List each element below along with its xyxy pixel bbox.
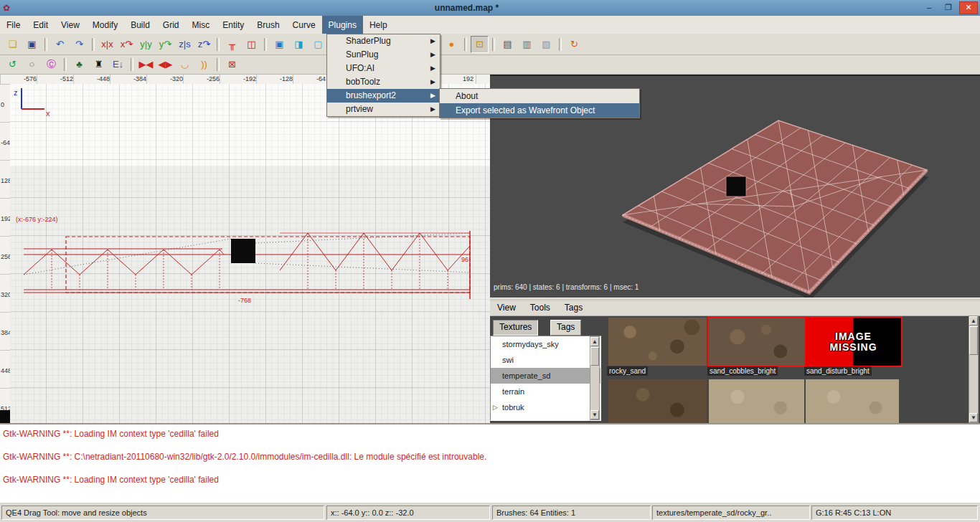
toolbar-separator [464,38,467,51]
clip-hide-icon[interactable]: ⊠ [223,56,241,73]
menu-grid[interactable]: Grid [156,16,186,34]
plugins-menu-item-prtview[interactable]: prtview▶ [327,103,440,116]
selected-brush-3d[interactable] [726,176,746,196]
menu-view[interactable]: View [55,16,86,34]
misc-models-icon[interactable]: ♣ [70,56,88,73]
submenu-arrow-icon: ▶ [430,34,435,48]
tab-textures[interactable]: Textures [493,320,538,336]
texture-thumb[interactable] [806,379,899,423]
ruler-tick-label: -128 [280,75,293,82]
pattern-view-icon[interactable]: ▨ [537,36,555,53]
clipper-icon[interactable]: ◨ [290,36,308,53]
rotate-x-icon[interactable]: x↷ [118,36,136,53]
expander-icon[interactable]: ▷ [493,399,498,415]
menu-entity[interactable]: Entity [216,16,250,34]
texture-thumb-sand_disturb_bright[interactable]: IMAGEMISSING [806,318,901,366]
maximize-button[interactable]: ❐ [940,2,957,14]
menu-curve[interactable]: Curve [286,16,322,34]
console-toggle-icon[interactable]: Ⓒ [42,56,60,73]
plugins-menu-item-brushexport2[interactable]: brushexport2▶ [327,89,440,103]
window-title: unnamed.map * [13,3,920,13]
ruler-tick-label: -512 [60,75,73,82]
texmenu-tags[interactable]: Tags [557,301,590,315]
submenu-item-about[interactable]: About [440,89,639,103]
save-icon[interactable]: ▣ [23,36,41,53]
open-file-icon[interactable]: ❏ [4,36,22,53]
select-inside-icon[interactable]: ▢ [309,36,327,53]
folder-label: terrain [502,387,524,396]
rotate-y-icon[interactable]: y↷ [156,36,174,53]
scroll-down-icon[interactable]: ▼ [590,410,599,419]
submenu-arrow-icon: ▶ [430,48,435,62]
tree-scrollbar[interactable]: ▲ ▼ [590,336,600,420]
texture-thumb[interactable] [608,379,707,423]
submenu-arrow-icon: ▶ [430,103,435,116]
hollow-icon[interactable]: ▣ [270,36,288,53]
plugins-menu-item-bobtoolz[interactable]: bobToolz▶ [327,75,440,89]
folder-stormydays_sky[interactable]: stormydays_sky [491,336,600,352]
refresh-shaders-icon[interactable]: ↻ [565,36,583,53]
entity-drop-icon[interactable]: E↓ [109,56,127,73]
menu-help[interactable]: Help [363,16,394,34]
region-toggle-icon[interactable]: ○ [23,56,41,73]
console-line: Gtk-WARNING **: Loading IM context type … [0,424,980,439]
ruler-tick-label: -448 [97,75,110,82]
misc-train-icon[interactable]: ♜ [90,56,108,73]
undo-icon[interactable]: ↶ [51,36,69,53]
rotate-z-icon[interactable]: z↷ [195,36,213,53]
flip-y-icon[interactable]: y|y [137,36,155,53]
submenu-item-export-selected-as-wavefront-object[interactable]: Export selected as Wavefront Object [440,103,639,118]
status-grid-info: G:16 R:45 C:13 L:ON [811,506,978,520]
menu-item-label: ShaderPlug [346,34,391,48]
scroll-up-icon[interactable]: ▲ [969,316,978,326]
texture-thumb[interactable] [709,379,804,423]
menu-modify[interactable]: Modify [86,16,124,34]
plugins-menu-item-shaderplug[interactable]: ShaderPlug▶ [327,34,440,48]
minimize-button[interactable]: – [920,2,938,14]
redo-icon[interactable]: ↷ [70,36,88,53]
close-button[interactable]: ✕ [959,1,978,14]
patch-cylinder-icon[interactable]: ● [443,36,461,53]
menu-edit[interactable]: Edit [27,16,55,34]
menu-brush[interactable]: Brush [250,16,286,34]
menu-build[interactable]: Build [124,16,156,34]
folder-temperate_sd[interactable]: temperate_sd [491,368,600,384]
plugins-menu-item-sunplug[interactable]: SunPlug▶ [327,48,440,62]
svg-text:z: z [14,88,18,97]
entity-list-view-icon[interactable]: ▤ [499,36,517,53]
submenu-arrow-icon: ▶ [430,89,435,103]
texture-thumb-sand_cobbles_bright[interactable] [709,318,804,366]
2d-grid-view[interactable]: z x (x:-676 y:-224) -768 96 [10,84,490,423]
folder-swi[interactable]: swi [491,352,600,368]
menu-plugins[interactable]: Plugins [322,16,363,34]
plugins-menu-item-ufo:ai[interactable]: UFO:AI▶ [327,62,440,75]
refresh-models-icon[interactable]: ↺ [4,56,22,73]
flip-z-icon[interactable]: z|s [176,36,194,53]
csg-subtract-icon[interactable]: ╥ [223,36,241,53]
texmenu-tools[interactable]: Tools [523,301,557,315]
flip-x-icon[interactable]: x|x [98,36,116,53]
csg-merge-icon[interactable]: ◫ [242,36,260,53]
console[interactable]: Gtk-WARNING **: Loading IM context type … [0,423,980,502]
texmenu-view[interactable]: View [490,301,523,315]
patch-bevel-icon[interactable]: ◀▶ [156,56,174,73]
texture-thumb-rocky_sand[interactable] [608,318,707,366]
patch-cone-icon[interactable]: )) [195,56,213,73]
texture-scrollbar[interactable]: ▲ ▼ [969,315,979,423]
folder-label: temperate_sd [502,371,550,380]
scroll-up-icon[interactable]: ▲ [590,337,599,346]
scroll-down-icon[interactable]: ▼ [969,413,978,422]
tab-tags[interactable]: Tags [550,320,581,336]
texture-grid-view-icon[interactable]: ▥ [518,36,536,53]
toolbar-separator [492,38,495,51]
texture-name-label: sand_disturb_bright [804,366,872,376]
ruler-tick-label: -256 [207,75,220,82]
menu-misc[interactable]: Misc [186,16,217,34]
menu-file[interactable]: File [0,16,27,34]
folder-terrain[interactable]: terrain [491,384,600,399]
patch-endcap-icon[interactable]: ◡ [176,56,194,73]
texture-lock-icon[interactable]: ⊡ [471,36,489,53]
folder-tobruk[interactable]: ▷tobruk [491,399,600,415]
selected-brush[interactable] [231,239,255,263]
patch-cap-icon[interactable]: ▶◀ [137,56,155,73]
